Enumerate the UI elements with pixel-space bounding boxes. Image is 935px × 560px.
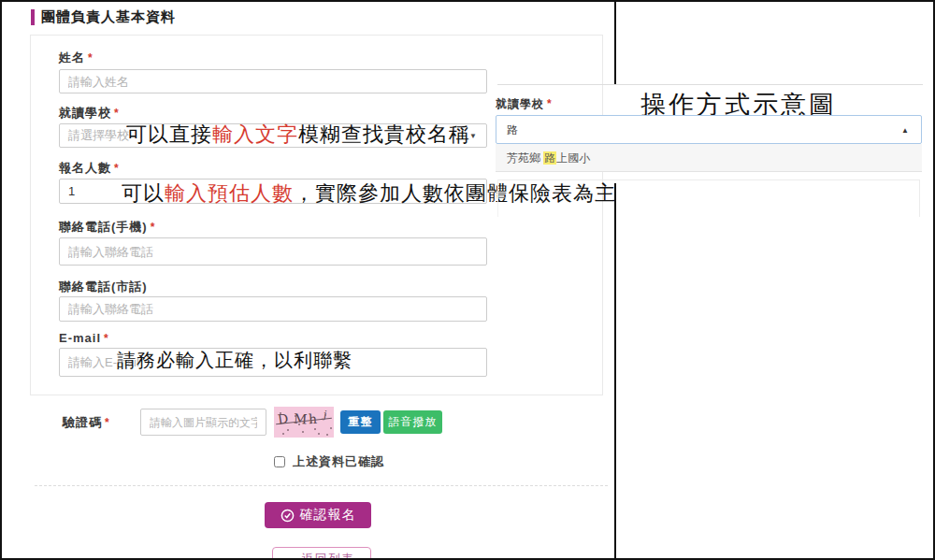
dashed-divider (35, 485, 608, 486)
overlay-school-combobox[interactable]: 路 ▲ (496, 115, 922, 144)
captcha-noise-dots (280, 412, 281, 414)
overlay-next-field-edge (497, 179, 920, 217)
required-asterisk: * (88, 51, 94, 65)
captcha-label: 驗證碼* (63, 414, 110, 431)
chevron-up-icon: ▲ (901, 125, 909, 134)
confirm-checkbox[interactable] (274, 456, 285, 467)
count-input[interactable] (59, 179, 487, 204)
form-frame-border-bottom-segment (614, 183, 616, 560)
chevron-down-icon: ▼ (469, 132, 477, 140)
email-input[interactable] (59, 348, 487, 377)
check-circle-icon (280, 509, 295, 523)
tel-input[interactable] (59, 296, 487, 322)
count-label: 報名人數* (59, 160, 120, 177)
school-label-text: 就讀學校 (59, 106, 111, 120)
name-input[interactable] (59, 69, 487, 93)
captcha-char: M (294, 411, 308, 427)
overlay-top-divider (497, 84, 923, 85)
submit-button[interactable]: 確認報名 (265, 502, 371, 528)
title-accent-bar (31, 9, 35, 25)
captcha-char: D (277, 410, 289, 426)
mobile-input[interactable] (59, 237, 487, 266)
back-button[interactable]: ‹ 返回列表 (272, 547, 371, 560)
suggestion-suffix: 上國小 (556, 151, 590, 165)
mobile-label-text: 聯絡電話(手機) (59, 220, 148, 234)
confirm-checkbox-label: 上述資料已確認 (293, 453, 384, 470)
captcha-image: DMhj (274, 407, 334, 438)
overlay-school-label: 就讀學校* (496, 96, 553, 112)
chevron-left-icon: ‹ (289, 553, 294, 560)
overlay-suggestion-item[interactable]: 芳苑鄉 路上國小 (496, 144, 922, 172)
suggestion-highlight: 路 (543, 151, 556, 165)
email-label-text: E-mail (59, 331, 101, 345)
captcha-audio-button[interactable]: 語音撥放 (383, 410, 442, 434)
suggestion-prefix: 芳苑鄉 (507, 151, 543, 165)
required-asterisk: * (104, 332, 109, 345)
school-select[interactable]: 請選擇學校 ▼ (59, 123, 487, 148)
page-title: 團體負責人基本資料 (41, 8, 176, 26)
required-asterisk: * (114, 107, 120, 120)
captcha-input[interactable] (140, 409, 266, 436)
name-label-text: 姓名 (59, 50, 85, 65)
name-label: 姓名* (59, 50, 94, 66)
required-asterisk: * (114, 162, 120, 175)
school-label: 就讀學校* (59, 105, 120, 122)
tel-label-text: 聯絡電話(市話) (59, 280, 148, 294)
form-frame-border-top-segment (614, 2, 616, 84)
required-asterisk: * (105, 416, 110, 429)
email-label: E-mail* (59, 331, 109, 345)
mobile-label: 聯絡電話(手機)* (59, 219, 155, 236)
tel-label: 聯絡電話(市話) (59, 279, 148, 295)
school-select-placeholder: 請選擇學校 (68, 127, 129, 144)
submit-button-label: 確認報名 (300, 507, 356, 524)
count-label-text: 報名人數 (59, 161, 111, 175)
required-asterisk: * (151, 221, 156, 234)
back-button-label: 返回列表 (302, 551, 354, 560)
required-asterisk: * (547, 97, 553, 110)
overlay-combobox-value: 路 (507, 122, 518, 137)
captcha-refresh-button[interactable]: 重整 (340, 410, 381, 434)
captcha-label-text: 驗證碼 (63, 415, 102, 429)
screenshot-root: 團體負責人基本資料 姓名* 就讀學校* 請選擇學校 ▼ 報名人數* 聯絡電話(手… (0, 0, 935, 560)
overlay-school-label-text: 就讀學校 (496, 97, 544, 110)
